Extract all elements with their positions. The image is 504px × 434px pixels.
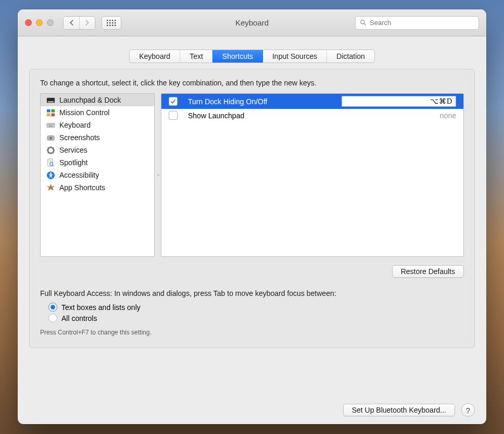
svg-rect-5 (109, 22, 111, 23)
content: Keyboard Text Shortcuts Input Sources Di… (18, 36, 486, 424)
tab-input-sources[interactable]: Input Sources (262, 50, 326, 63)
svg-rect-6 (112, 22, 114, 23)
svg-rect-25 (53, 124, 53, 125)
split-handle[interactable] (156, 169, 160, 181)
mission-control-icon (46, 108, 55, 117)
svg-rect-29 (49, 135, 52, 136)
shortcut-key-field[interactable]: ⌥⌘D (342, 96, 456, 107)
fka-option-all-controls[interactable]: All controls (40, 313, 464, 324)
grid-icon (107, 20, 116, 26)
svg-rect-15 (47, 101, 53, 102)
category-label: Launchpad & Dock (59, 96, 121, 104)
shortcut-checkbox[interactable] (169, 111, 178, 120)
svg-line-38 (47, 152, 48, 153)
footer: Set Up Bluetooth Keyboard... ? (18, 396, 486, 417)
preferences-window: Keyboard Keyboard Text Shortcuts Input S… (18, 9, 486, 424)
app-shortcuts-icon (46, 183, 55, 192)
category-spotlight[interactable]: Spotlight (41, 156, 154, 169)
titlebar: Keyboard (18, 9, 486, 36)
shortcut-row-show-launchpad[interactable]: Show Launchpad none (161, 109, 463, 122)
category-list[interactable]: Launchpad & Dock Mission Control Keyboar… (40, 93, 155, 257)
svg-rect-9 (109, 24, 111, 26)
radio-button[interactable] (48, 303, 57, 312)
shortcut-label: Show Launchpad (184, 111, 434, 120)
category-screenshots[interactable]: Screenshots (41, 131, 154, 144)
svg-rect-2 (112, 20, 114, 21)
accessibility-icon (46, 170, 55, 180)
radio-button[interactable] (48, 314, 57, 323)
category-keyboard[interactable]: Keyboard (41, 119, 154, 131)
full-keyboard-access: Full Keyboard Access: In windows and dia… (40, 289, 464, 336)
category-label: Spotlight (59, 158, 87, 167)
shortcut-label: Turn Dock Hiding On/Off (184, 97, 335, 106)
fka-option-textboxes[interactable]: Text boxes and lists only (40, 302, 464, 313)
category-mission-control[interactable]: Mission Control (41, 106, 154, 119)
minimize-window-button[interactable] (36, 19, 43, 26)
category-app-shortcuts[interactable]: App Shortcuts (41, 181, 154, 194)
svg-line-36 (53, 152, 54, 153)
close-window-button[interactable] (25, 19, 32, 26)
keyboard-icon (46, 120, 55, 130)
show-all-button[interactable] (102, 16, 121, 30)
category-services[interactable]: Services (41, 144, 154, 156)
svg-rect-0 (107, 20, 108, 21)
tab-bar: Keyboard Text Shortcuts Input Sources Di… (130, 50, 374, 63)
radio-label: All controls (61, 314, 97, 323)
zoom-window-button[interactable] (47, 19, 54, 26)
chevron-right-icon (84, 20, 90, 26)
bluetooth-keyboard-button[interactable]: Set Up Bluetooth Keyboard... (343, 404, 455, 416)
svg-rect-18 (46, 113, 50, 116)
svg-rect-10 (112, 24, 114, 26)
svg-rect-20 (46, 123, 54, 127)
svg-rect-3 (115, 20, 116, 21)
svg-rect-22 (49, 124, 49, 125)
category-accessibility[interactable]: Accessibility (41, 169, 154, 181)
nav-back-forward (63, 16, 95, 30)
category-label: Mission Control (59, 108, 109, 117)
spotlight-icon (46, 158, 55, 167)
svg-line-35 (47, 147, 48, 148)
svg-point-45 (49, 172, 51, 173)
forward-button[interactable] (79, 17, 95, 29)
chevron-left-icon (69, 20, 74, 26)
category-label: Accessibility (59, 171, 99, 179)
category-label: App Shortcuts (59, 183, 105, 192)
traffic-lights (25, 19, 54, 26)
shortcut-checkbox[interactable] (169, 97, 178, 106)
svg-point-12 (361, 20, 364, 24)
svg-rect-16 (46, 109, 50, 112)
svg-rect-23 (50, 124, 51, 125)
search-field[interactable] (355, 16, 479, 30)
category-label: Screenshots (59, 133, 100, 142)
help-button[interactable]: ? (461, 403, 475, 417)
category-label: Keyboard (59, 121, 91, 129)
svg-rect-1 (109, 20, 111, 21)
shortcut-row-dock-hiding[interactable]: Turn Dock Hiding On/Off ⌥⌘D (161, 94, 463, 109)
svg-rect-19 (51, 113, 55, 116)
fka-header: Full Keyboard Access: In windows and dia… (40, 289, 464, 297)
tab-shortcuts[interactable]: Shortcuts (212, 50, 262, 63)
split-view: Launchpad & Dock Mission Control Keyboar… (40, 93, 464, 257)
launchpad-icon (46, 95, 55, 105)
radio-label: Text boxes and lists only (61, 303, 141, 312)
svg-rect-11 (115, 24, 116, 26)
svg-line-13 (364, 23, 366, 25)
search-icon (360, 19, 367, 26)
search-input[interactable] (370, 19, 474, 27)
back-button[interactable] (64, 17, 79, 29)
tab-text[interactable]: Text (180, 50, 212, 63)
tab-dictation[interactable]: Dictation (326, 50, 374, 63)
fka-hint: Press Control+F7 to change this setting. (40, 329, 464, 336)
tab-keyboard[interactable]: Keyboard (130, 50, 180, 63)
services-icon (46, 145, 55, 155)
svg-rect-7 (115, 22, 116, 23)
svg-rect-24 (51, 124, 52, 125)
instruction-text: To change a shortcut, select it, click t… (40, 79, 464, 87)
svg-line-37 (53, 147, 54, 148)
restore-defaults-button[interactable]: Restore Defaults (392, 265, 464, 278)
shortcut-list[interactable]: Turn Dock Hiding On/Off ⌥⌘D Show Launchp… (161, 93, 464, 257)
category-launchpad-dock[interactable]: Launchpad & Dock (41, 94, 154, 106)
svg-rect-17 (51, 109, 55, 112)
svg-rect-26 (48, 126, 53, 126)
svg-rect-4 (107, 22, 108, 23)
